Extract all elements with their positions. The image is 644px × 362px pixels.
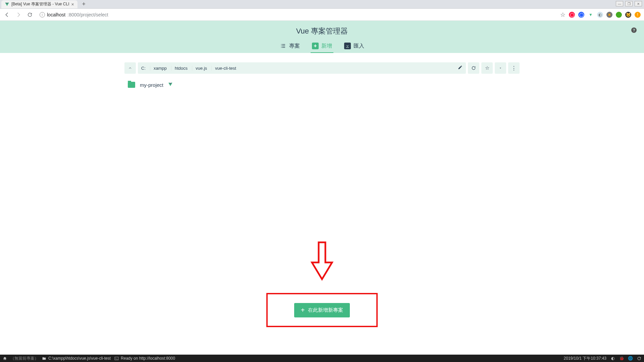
breadcrumb: C: xampp htdocs vue.js vue-cli-test	[138, 62, 466, 74]
create-button-label: 在此新增新專案	[308, 307, 343, 313]
header-tabs: 專案 + 新增 匯入	[278, 40, 366, 53]
status-timestamp: 2019/10/1 下午10:37:43	[564, 356, 606, 361]
parent-folder-button[interactable]	[124, 62, 136, 74]
folder-list: my-project	[124, 79, 520, 90]
tab-label: 專案	[289, 43, 300, 50]
tab-title: [Beta] Vue 專案管理器 - Vue CLI	[11, 1, 69, 7]
terminal-icon	[114, 356, 119, 361]
extension-icon[interactable]: ◐	[597, 12, 603, 18]
cwd-path: C:\xampp\htdocs\vue.js\vue-cli-test	[48, 356, 111, 361]
window-controls: — ❐ ✕	[616, 1, 642, 6]
breadcrumb-segment[interactable]: htdocs	[171, 66, 191, 71]
breadcrumb-segment[interactable]: C:	[138, 66, 149, 71]
annotation-highlight-box: + 在此新增新專案	[266, 293, 378, 327]
tab-create[interactable]: + 新增	[311, 40, 333, 53]
address-bar[interactable]: i localhost:8000/project/select	[36, 10, 557, 19]
vue-badge-icon	[168, 82, 173, 88]
ready-text: Ready on http://localhost:8000	[121, 356, 175, 361]
url-host: localhost	[47, 12, 65, 17]
svg-rect-0	[115, 357, 118, 360]
plus-icon: +	[301, 306, 305, 314]
page-title: Vue 專案管理器	[296, 21, 348, 40]
browser-tab-strip: [Beta] Vue 專案管理器 - Vue CLI × + — ❐ ✕	[0, 0, 644, 9]
toolbar-right: ☆ ◯ ◯ ▼ ◐ ▣ 🐱 !	[559, 11, 642, 18]
breadcrumb-segment[interactable]: xampp	[150, 66, 170, 71]
create-project-button[interactable]: + 在此新增新專案	[294, 303, 350, 317]
folder-icon	[128, 82, 135, 88]
cwd-indicator[interactable]: C:\xampp\htdocs\vue.js\vue-cli-test	[42, 356, 111, 361]
forward-button[interactable]	[13, 10, 23, 20]
back-button[interactable]	[2, 10, 12, 20]
tab-import[interactable]: 匯入	[343, 40, 366, 53]
tab-projects[interactable]: 專案	[278, 40, 301, 53]
tab-label: 匯入	[354, 43, 364, 50]
extension-icon[interactable]: ◯	[569, 12, 575, 18]
theme-icon[interactable]: ◐	[610, 356, 615, 361]
refresh-button[interactable]	[468, 62, 479, 74]
favorite-button[interactable]: ☆	[481, 62, 493, 74]
maximize-button[interactable]: ❐	[625, 1, 633, 6]
status-bar: （無當前專案） C:\xampp\htdocs\vue.js\vue-cli-t…	[0, 355, 644, 362]
translate-icon[interactable]: 🌐	[628, 356, 633, 361]
home-button[interactable]	[3, 356, 7, 361]
app-header: Vue 專案管理器 ? 專案 + 新增 匯入	[0, 21, 644, 53]
path-toolbar: C: xampp htdocs vue.js vue-cli-test ☆ ⋮	[124, 62, 520, 74]
tab-label: 新增	[321, 43, 332, 50]
list-icon	[280, 43, 286, 49]
close-tab-icon[interactable]: ×	[71, 2, 74, 7]
url-path: :8000/project/select	[67, 12, 108, 17]
breadcrumb-segment[interactable]: vue.js	[192, 66, 210, 71]
new-tab-button[interactable]: +	[79, 1, 88, 8]
breadcrumb-segment[interactable]: vue-cli-test	[211, 66, 239, 71]
browser-toolbar: i localhost:8000/project/select ☆ ◯ ◯ ▼ …	[0, 9, 644, 21]
minimize-button[interactable]: —	[616, 1, 623, 6]
extension-icon[interactable]: !	[635, 12, 641, 18]
extension-icon[interactable]	[616, 12, 622, 18]
profile-avatar-icon[interactable]: 🐱	[625, 12, 631, 18]
vue-logo-icon	[5, 2, 9, 7]
reload-button[interactable]	[25, 10, 35, 20]
extension-icon[interactable]: ◯	[578, 12, 584, 18]
edit-path-icon[interactable]	[458, 65, 466, 71]
more-menu-button[interactable]: ⋮	[508, 62, 520, 74]
annotation-arrow-icon	[310, 241, 334, 281]
bug-icon[interactable]: 🐞	[619, 356, 624, 361]
site-info-icon[interactable]: i	[40, 12, 45, 17]
help-icon[interactable]: ?	[631, 27, 637, 33]
server-status[interactable]: Ready on http://localhost:8000	[114, 356, 175, 361]
refresh-api-icon[interactable]	[637, 356, 641, 361]
extension-icon[interactable]: ▣	[606, 12, 612, 18]
main-content: C: xampp htdocs vue.js vue-cli-test ☆ ⋮ …	[0, 53, 644, 355]
favorites-dropdown[interactable]	[495, 62, 506, 74]
browser-tab[interactable]: [Beta] Vue 專案管理器 - Vue CLI ×	[1, 0, 77, 8]
extension-icon[interactable]: ▼	[588, 12, 594, 18]
folder-item[interactable]: my-project	[124, 79, 520, 90]
plus-box-icon: +	[312, 43, 319, 49]
close-window-button[interactable]: ✕	[635, 1, 642, 6]
bookmark-star-icon[interactable]: ☆	[560, 11, 566, 18]
import-icon	[344, 43, 351, 49]
folder-name: my-project	[140, 82, 163, 88]
current-project-label: （無當前專案）	[10, 356, 39, 361]
